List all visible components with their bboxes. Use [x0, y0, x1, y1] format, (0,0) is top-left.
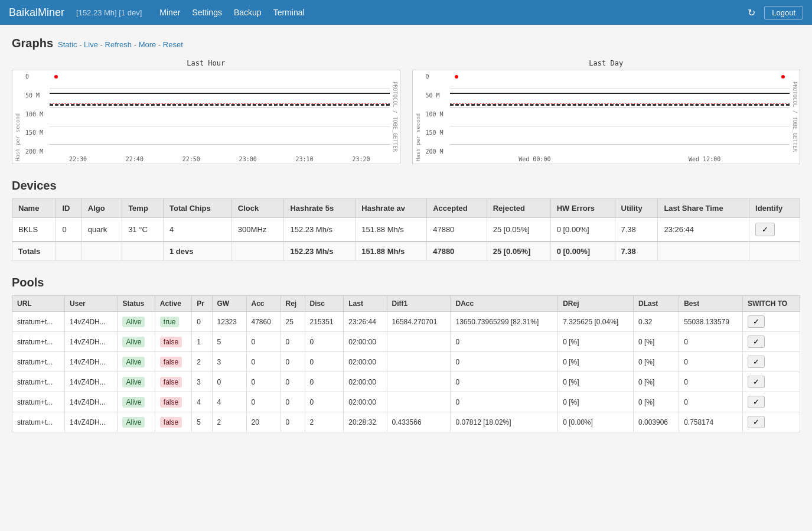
cell-chips: 4 [163, 218, 231, 242]
pool-url: stratum+t... [12, 312, 65, 332]
pool-pr: 5 [192, 412, 212, 432]
pool-best: 0 [679, 372, 743, 392]
pool-col-status: Status [118, 296, 155, 312]
totals-hashav: 151.88 Mh/s [356, 242, 427, 261]
main-content: Graphs Static - Live - Refresh - More - … [0, 25, 812, 444]
list-item: stratum+t... 14vZ4DH... Alive false 2 3 … [12, 352, 800, 372]
chart1-title: Last Hour [12, 59, 400, 67]
nav-backup[interactable]: Backup [234, 8, 262, 17]
pool-drej: 0 [%] [558, 372, 634, 392]
pool-pr: 2 [192, 352, 212, 372]
graphs-static-link[interactable]: Static [58, 40, 77, 49]
devices-title: Devices [12, 179, 800, 193]
graphs-title: Graphs [12, 37, 53, 50]
nav-settings[interactable]: Settings [192, 8, 222, 17]
pool-active: false [155, 332, 192, 352]
pool-drej: 0 [%] [558, 392, 634, 412]
col-id: ID [56, 199, 81, 218]
grid-line [450, 126, 790, 126]
pool-user: 14vZ4DH... [65, 312, 118, 332]
chart-last-hour: Last Hour Hash per second 200 M 150 M 10… [12, 59, 400, 164]
switch-button[interactable]: ✓ [748, 335, 765, 348]
pool-status: Alive [118, 372, 155, 392]
devices-header-row: Name ID Algo Temp Total Chips Clock Hash… [12, 199, 800, 218]
pool-status: Alive [118, 392, 155, 412]
pool-col-gw: GW [212, 296, 246, 312]
chart2-y-axis: Hash per second [413, 70, 423, 164]
totals-last-share [658, 242, 749, 261]
cell-temp: 31 °C [122, 218, 164, 242]
nav-miner[interactable]: Miner [159, 8, 180, 17]
pool-last: 20:28:32 [344, 412, 387, 432]
pools-header-row: URL User Status Active Pr GW Acc Rej Dis… [12, 296, 800, 312]
pool-diff1: 16584.270701 [387, 312, 451, 332]
pool-col-user: User [65, 296, 118, 312]
graphs-reset-link[interactable]: Reset [163, 40, 183, 49]
pool-diff1 [387, 352, 451, 372]
cell-name: BKLS [12, 218, 56, 242]
pool-dlast: 0 [%] [633, 392, 679, 412]
pool-disc: 0 [305, 332, 344, 352]
pool-col-last: Last [344, 296, 387, 312]
col-utility: Utility [615, 199, 658, 218]
pool-status: Alive [118, 412, 155, 432]
brand-sub: Miner [38, 6, 64, 18]
chart2-area: Hash per second 200 M 150 M 100 M 50 M 0 [412, 70, 801, 164]
pool-dlast: 0 [%] [633, 332, 679, 352]
chart1-y-axis: Hash per second [12, 70, 23, 164]
chart1-data-line [50, 93, 390, 94]
totals-hw: 0 [0.00%] [550, 242, 615, 261]
pool-switch: ✓ [743, 412, 800, 432]
grid-line [450, 144, 790, 145]
pool-rej: 0 [281, 412, 305, 432]
pool-url: stratum+t... [12, 392, 65, 412]
graphs-more-link[interactable]: More [139, 40, 156, 49]
pool-acc: 20 [246, 412, 281, 432]
switch-button[interactable]: ✓ [748, 396, 765, 408]
pool-dlast: 0.003906 [633, 412, 679, 432]
status-badge: Alive [122, 337, 145, 347]
cell-accepted: 47880 [427, 218, 487, 242]
totals-id [56, 242, 81, 261]
pool-gw: 4 [212, 392, 246, 412]
switch-button[interactable]: ✓ [748, 416, 765, 428]
status-badge: Alive [122, 317, 145, 327]
pool-dacc: 0.07812 [18.02%] [451, 412, 558, 432]
pool-user: 14vZ4DH... [65, 332, 118, 352]
nav-terminal[interactable]: Terminal [273, 8, 305, 17]
active-badge: false [160, 377, 182, 387]
grid-line [450, 89, 790, 89]
cell-rejected: 25 [0.05%] [487, 218, 550, 242]
totals-chips: 1 devs [163, 242, 231, 261]
switch-button[interactable]: ✓ [748, 376, 765, 388]
graphs-refresh-link[interactable]: Refresh [105, 40, 132, 49]
pool-col-drej: DRej [558, 296, 634, 312]
pool-last: 02:00:00 [344, 372, 387, 392]
totals-temp [122, 242, 164, 261]
pool-last: 02:00:00 [344, 392, 387, 412]
switch-button[interactable]: ✓ [748, 315, 765, 328]
graphs-live-link[interactable]: Live [84, 40, 98, 49]
pool-status: Alive [118, 332, 155, 352]
pool-disc: 0 [305, 392, 344, 412]
pool-switch: ✓ [743, 372, 800, 392]
col-temp: Temp [122, 199, 164, 218]
pool-col-best: Best [679, 296, 743, 312]
switch-button[interactable]: ✓ [748, 356, 765, 368]
pools-title: Pools [12, 276, 800, 289]
chart1-dot-red [54, 75, 58, 79]
nav-links: Miner Settings Backup Terminal [159, 8, 748, 17]
pool-dacc: 13650.73965299 [82.31%] [451, 312, 558, 332]
pools-section: Pools URL User Status Active Pr GW Acc R… [12, 276, 800, 432]
brand: BaikalMiner [9, 6, 64, 19]
pool-col-dlast: DLast [633, 296, 679, 312]
identify-button[interactable]: ✓ [755, 223, 775, 236]
logout-button[interactable]: Logout [764, 6, 803, 19]
refresh-icon[interactable]: ↻ [748, 7, 755, 18]
pool-rej: 25 [281, 312, 305, 332]
pool-acc: 0 [246, 332, 281, 352]
pool-last: 02:00:00 [344, 352, 387, 372]
totals-clock [231, 242, 284, 261]
pool-last: 02:00:00 [344, 332, 387, 352]
chart2-content: Wed 00:00 Wed 12:00 [450, 70, 790, 164]
